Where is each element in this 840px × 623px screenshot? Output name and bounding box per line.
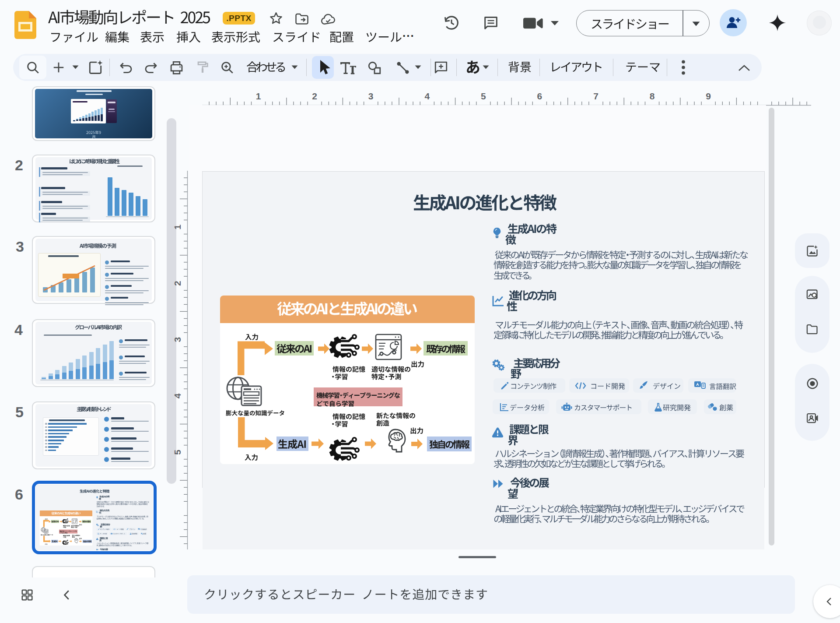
svg-text:2: 2 [172,281,182,286]
svg-text:4: 4 [424,91,430,101]
svg-text:5: 5 [172,450,182,455]
svg-text:6: 6 [537,91,542,101]
svg-text:8: 8 [650,91,655,101]
svg-text:3: 3 [368,91,374,101]
svg-text:4: 4 [172,393,182,398]
svg-text:2: 2 [312,91,317,101]
svg-text:1: 1 [256,91,261,101]
svg-text:3: 3 [172,337,182,342]
svg-text:5: 5 [481,91,486,101]
svg-text:1: 1 [172,224,182,229]
svg-text:9: 9 [706,91,711,101]
svg-text:7: 7 [593,91,598,101]
